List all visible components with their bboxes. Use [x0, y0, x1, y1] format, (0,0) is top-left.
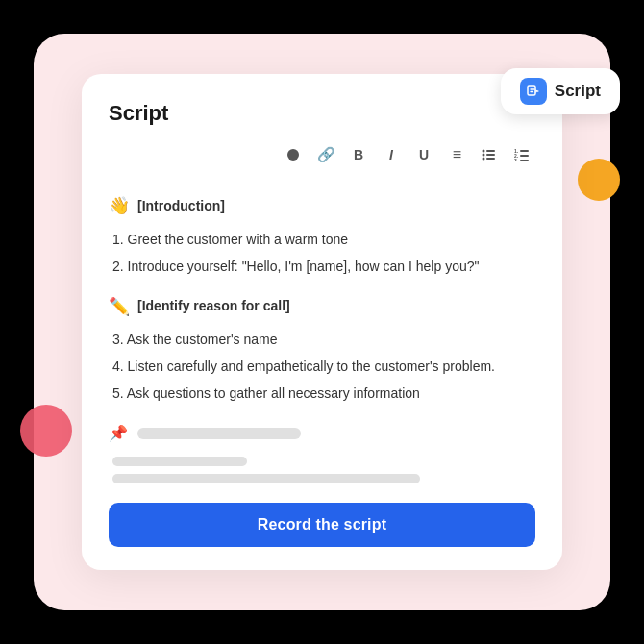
section-2-list: 3. Ask the customer's name 4. Listen car…: [109, 327, 535, 407]
svg-rect-2: [486, 150, 495, 152]
svg-rect-6: [486, 158, 495, 160]
card-title: Script: [109, 101, 535, 126]
svg-point-5: [483, 158, 485, 161]
list-item: 4. Listen carefully and empathetically t…: [112, 354, 535, 381]
toolbar-bold-btn[interactable]: B: [345, 141, 372, 168]
list-item: 3. Ask the customer's name: [112, 327, 535, 354]
list-item: 2. Introduce yourself: "Hello, I'm [name…: [112, 254, 535, 281]
toolbar: 🔗 B I U ≡ 1.2.3.: [109, 141, 535, 178]
redacted-bar-3: [112, 474, 420, 483]
svg-point-1: [483, 150, 485, 153]
section-2-title: [Identify reason for call]: [137, 295, 290, 318]
script-badge-icon: [520, 78, 547, 105]
svg-point-3: [483, 154, 485, 157]
redacted-bar-2: [112, 457, 247, 466]
toolbar-list-unordered-btn[interactable]: [476, 141, 503, 168]
svg-rect-0: [528, 86, 535, 95]
svg-rect-4: [486, 154, 495, 156]
section-2-emoji: ✏️: [109, 292, 130, 322]
main-card: Script 🔗 B I U ≡ 1.2.3. 👋 [Introduction]: [82, 74, 562, 569]
redacted-bar-1: [137, 428, 301, 439]
script-content: 👋 [Introduction] 1. Greet the customer w…: [109, 191, 535, 483]
svg-text:3.: 3.: [514, 158, 519, 161]
redacted-row-1: 📌: [109, 420, 535, 446]
section-1-title: [Introduction]: [137, 195, 225, 218]
svg-rect-10: [520, 155, 529, 157]
script-badge-label: Script: [555, 82, 601, 101]
svg-rect-8: [520, 150, 529, 152]
toolbar-align-btn[interactable]: ≡: [443, 141, 470, 168]
toolbar-italic-btn[interactable]: I: [378, 141, 405, 168]
toolbar-bullet-btn[interactable]: [280, 141, 307, 168]
blob-red: [20, 405, 72, 457]
record-script-button[interactable]: Record the script: [109, 503, 535, 547]
section-1-list: 1. Greet the customer with a warm tone 2…: [109, 227, 535, 281]
redacted-section: 📌: [109, 420, 535, 483]
toolbar-list-ordered-btn[interactable]: 1.2.3.: [508, 141, 535, 168]
section-1-emoji: 👋: [109, 191, 130, 221]
blob-orange: [578, 159, 620, 201]
toolbar-underline-btn[interactable]: U: [410, 141, 437, 168]
redacted-pin-icon: 📌: [109, 420, 128, 446]
toolbar-link-btn[interactable]: 🔗: [312, 141, 339, 168]
script-badge: Script: [501, 68, 620, 114]
list-item: 5. Ask questions to gather all necessary…: [112, 381, 535, 408]
outer-background: Script Script 🔗 B I U ≡ 1.2.3. 👋: [34, 34, 610, 610]
section-2-heading: ✏️ [Identify reason for call]: [109, 292, 535, 322]
list-item: 1. Greet the customer with a warm tone: [112, 227, 535, 254]
svg-rect-12: [520, 160, 529, 161]
section-1-heading: 👋 [Introduction]: [109, 191, 535, 221]
